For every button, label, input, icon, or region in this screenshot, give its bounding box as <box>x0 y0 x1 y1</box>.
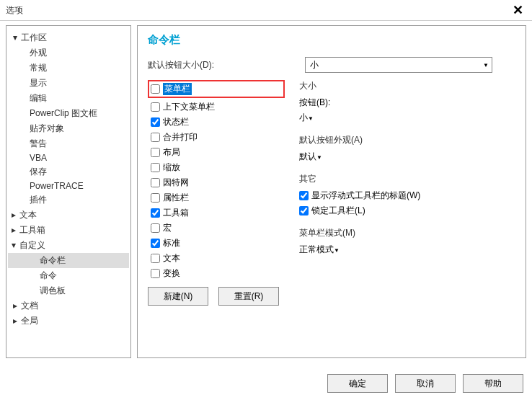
tree-item[interactable]: 保存 <box>8 164 129 179</box>
checkbox[interactable] <box>299 191 309 200</box>
list-item[interactable]: 状态栏 <box>148 115 285 130</box>
appearance-select[interactable]: 默认▼ <box>299 151 515 163</box>
chevron-down-icon: ▼ <box>316 154 322 161</box>
tree-item[interactable]: VBA <box>8 151 129 164</box>
window-title: 选项 <box>6 4 510 17</box>
tree-customize[interactable]: ▾自定义 <box>8 238 129 253</box>
list-item[interactable]: 因特网 <box>148 175 285 190</box>
list-item[interactable]: 合并打印 <box>148 130 285 145</box>
list-item[interactable]: 菜单栏 <box>148 80 285 98</box>
checkbox[interactable] <box>151 102 160 112</box>
button-size-select[interactable]: 小▼ <box>299 112 515 124</box>
checkbox[interactable] <box>151 193 160 203</box>
chevron-down-icon[interactable]: ▾ <box>11 32 19 43</box>
size-group-title: 大小 <box>299 80 515 92</box>
tree-item[interactable]: 插件 <box>8 192 129 208</box>
default-size-select[interactable]: 小▼ <box>305 57 492 73</box>
list-item[interactable]: 缩放 <box>148 160 285 175</box>
list-item[interactable]: 工具箱 <box>148 205 285 221</box>
checkbox[interactable] <box>151 178 160 187</box>
checkbox[interactable] <box>151 269 160 278</box>
checkbox[interactable] <box>151 223 160 233</box>
checkbox[interactable] <box>151 148 160 157</box>
tree-item[interactable]: 常规 <box>8 61 129 76</box>
checkbox[interactable] <box>151 84 160 94</box>
tree-item[interactable]: PowerClip 图文框 <box>8 106 129 121</box>
tree-item[interactable]: 警告 <box>8 136 129 151</box>
list-item[interactable]: 属性栏 <box>148 190 285 205</box>
list-item[interactable]: 宏 <box>148 221 285 236</box>
tree-toolbox[interactable]: ▸工具箱 <box>8 223 129 238</box>
ok-button[interactable]: 确定 <box>327 374 388 393</box>
checkbox[interactable] <box>151 254 160 263</box>
chevron-down-icon: ▼ <box>483 62 489 68</box>
chevron-right-icon[interactable]: ▸ <box>9 210 18 220</box>
default-size-label: 默认按钮大小(D): <box>148 59 305 71</box>
chevron-down-icon[interactable]: ▾ <box>9 240 18 250</box>
menubar-mode-select[interactable]: 正常模式▼ <box>299 244 515 256</box>
list-item[interactable]: 文本 <box>148 251 285 266</box>
checkbox[interactable] <box>151 208 160 218</box>
tree-workspace[interactable]: ▾工作区 <box>8 30 129 45</box>
menubar-mode-label: 菜单栏模式(M) <box>299 227 515 239</box>
chevron-down-icon: ▼ <box>334 247 340 254</box>
close-icon[interactable]: ✕ <box>510 2 526 18</box>
tree-document[interactable]: ▸文档 <box>8 298 129 314</box>
button-size-label: 按钮(B): <box>299 97 515 109</box>
tree-item[interactable]: 调色板 <box>8 283 129 298</box>
tree-item[interactable]: 外观 <box>8 45 129 61</box>
list-item[interactable]: 变换 <box>148 266 285 281</box>
tree-text[interactable]: ▸文本 <box>8 208 129 223</box>
panel-title: 命令栏 <box>148 33 515 47</box>
list-item[interactable]: 上下文菜单栏 <box>148 99 285 115</box>
list-item[interactable]: 标准 <box>148 236 285 251</box>
checkbox[interactable] <box>151 239 160 248</box>
chevron-down-icon: ▼ <box>308 115 314 122</box>
tree-item[interactable]: 贴齐对象 <box>8 121 129 136</box>
lock-toolbar-checkbox[interactable]: 锁定工具栏(L) <box>299 205 515 217</box>
tree-sidebar: ▾工作区 外观常规显示编辑PowerClip 图文框贴齐对象警告VBA保存Pow… <box>6 25 131 358</box>
cancel-button[interactable]: 取消 <box>395 374 456 393</box>
list-item[interactable]: 布局 <box>148 145 285 160</box>
show-float-title-checkbox[interactable]: 显示浮动式工具栏的标题(W) <box>299 190 515 202</box>
other-group-title: 其它 <box>299 173 515 185</box>
chevron-right-icon[interactable]: ▸ <box>11 301 19 311</box>
tree-item[interactable]: PowerTRACE <box>8 179 129 192</box>
tree-item[interactable]: 命令 <box>8 268 129 283</box>
tree-global[interactable]: ▸全局 <box>8 314 129 329</box>
tree-item[interactable]: 编辑 <box>8 91 129 106</box>
help-button[interactable]: 帮助 <box>463 374 523 393</box>
new-button[interactable]: 新建(N) <box>148 287 208 306</box>
chevron-right-icon[interactable]: ▸ <box>11 316 19 326</box>
reset-button[interactable]: 重置(R) <box>218 287 279 306</box>
tree-item[interactable]: 显示 <box>8 76 129 91</box>
chevron-right-icon[interactable]: ▸ <box>9 225 18 235</box>
appearance-group-title: 默认按钮外观(A) <box>299 134 515 146</box>
checkbox[interactable] <box>151 163 160 172</box>
checkbox[interactable] <box>299 206 309 215</box>
checkbox[interactable] <box>151 133 160 142</box>
checkbox[interactable] <box>151 117 160 127</box>
tree-item[interactable]: 命令栏 <box>8 253 129 268</box>
